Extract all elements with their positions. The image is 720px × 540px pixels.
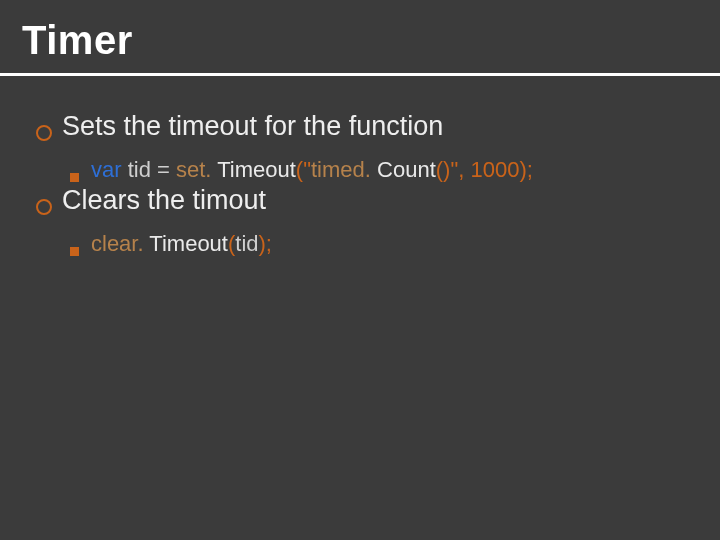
square-bullet-icon	[70, 247, 79, 256]
bullet-text: Sets the timeout for the function	[62, 110, 443, 144]
bullet-level-1: Sets the timeout for the function	[36, 110, 696, 144]
bullet-text: Clears the timout	[62, 184, 266, 218]
code-line: clear. Timeout(tid);	[91, 230, 272, 259]
bullet-level-2: clear. Timeout(tid);	[70, 230, 696, 259]
bullet-level-2: var tid = set. Timeout("timed. Count()",…	[70, 156, 696, 185]
slide: Timer Sets the timeout for the function …	[0, 0, 720, 540]
slide-title: Timer	[22, 18, 702, 63]
hollow-circle-icon	[36, 125, 52, 141]
bullet-level-1: Clears the timout	[36, 184, 696, 218]
title-area: Timer	[0, 0, 720, 69]
hollow-circle-icon	[36, 199, 52, 215]
code-line: var tid = set. Timeout("timed. Count()",…	[91, 156, 533, 185]
content-area: Sets the timeout for the function var ti…	[0, 76, 720, 259]
square-bullet-icon	[70, 173, 79, 182]
